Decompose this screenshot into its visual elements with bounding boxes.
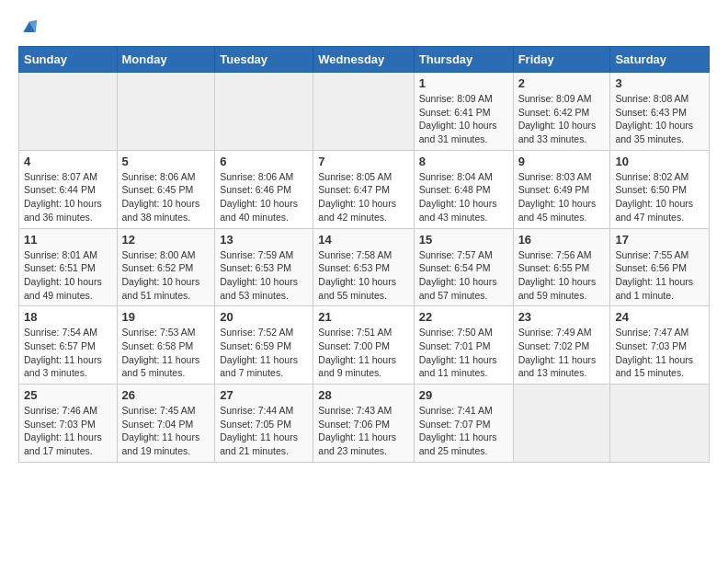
day-number: 4 (24, 155, 112, 168)
day-number: 10 (615, 155, 704, 168)
calendar-cell: 25Sunrise: 7:46 AMSunset: 7:03 PMDayligh… (19, 385, 118, 463)
calendar-cell: 23Sunrise: 7:49 AMSunset: 7:02 PMDayligh… (513, 306, 610, 385)
calendar-cell: 9Sunrise: 8:03 AMSunset: 6:49 PMDaylight… (513, 150, 610, 228)
day-info: Sunrise: 8:01 AMSunset: 6:51 PMDaylight:… (24, 248, 112, 303)
day-number: 17 (615, 233, 704, 247)
day-info: Sunrise: 7:43 AMSunset: 7:06 PMDaylight:… (318, 404, 408, 458)
calendar-cell: 20Sunrise: 7:52 AMSunset: 6:59 PMDayligh… (215, 306, 313, 385)
day-info: Sunrise: 7:47 AMSunset: 7:03 PMDaylight:… (615, 326, 704, 380)
day-number: 27 (220, 388, 308, 402)
day-number: 11 (24, 233, 112, 247)
page-header (18, 18, 710, 37)
day-info: Sunrise: 8:00 AMSunset: 6:52 PMDaylight:… (122, 248, 210, 303)
day-info: Sunrise: 7:53 AMSunset: 6:58 PMDaylight:… (122, 326, 210, 380)
calendar-cell: 24Sunrise: 7:47 AMSunset: 7:03 PMDayligh… (610, 306, 710, 385)
day-header: Wednesday (313, 47, 414, 73)
day-info: Sunrise: 8:06 AMSunset: 6:45 PMDaylight:… (122, 170, 210, 224)
calendar-cell: 5Sunrise: 8:06 AMSunset: 6:45 PMDaylight… (117, 150, 215, 228)
day-number: 24 (615, 310, 704, 324)
day-info: Sunrise: 8:09 AMSunset: 6:42 PMDaylight:… (518, 92, 606, 146)
day-number: 12 (122, 233, 210, 247)
day-info: Sunrise: 8:04 AMSunset: 6:48 PMDaylight:… (419, 170, 508, 224)
calendar-cell: 17Sunrise: 7:55 AMSunset: 6:56 PMDayligh… (610, 228, 710, 306)
day-number: 25 (24, 388, 112, 402)
day-info: Sunrise: 7:49 AMSunset: 7:02 PMDaylight:… (518, 326, 606, 380)
calendar-cell: 3Sunrise: 8:08 AMSunset: 6:43 PMDaylight… (610, 73, 710, 151)
day-number: 13 (220, 233, 308, 247)
day-header: Friday (513, 47, 610, 73)
calendar-cell: 13Sunrise: 7:59 AMSunset: 6:53 PMDayligh… (215, 228, 313, 306)
calendar-cell (117, 73, 215, 151)
day-header: Monday (117, 47, 215, 73)
calendar-cell: 10Sunrise: 8:02 AMSunset: 6:50 PMDayligh… (610, 150, 710, 228)
day-number: 28 (318, 388, 408, 402)
day-number: 8 (419, 155, 508, 168)
calendar-cell: 26Sunrise: 7:45 AMSunset: 7:04 PMDayligh… (117, 385, 215, 463)
day-info: Sunrise: 7:57 AMSunset: 6:54 PMDaylight:… (419, 248, 508, 303)
day-number: 16 (518, 233, 606, 247)
calendar-cell: 15Sunrise: 7:57 AMSunset: 6:54 PMDayligh… (414, 228, 513, 306)
day-number: 19 (122, 310, 210, 324)
calendar-cell: 28Sunrise: 7:43 AMSunset: 7:06 PMDayligh… (313, 385, 414, 463)
calendar-cell: 1Sunrise: 8:09 AMSunset: 6:41 PMDaylight… (414, 73, 513, 151)
day-header: Thursday (414, 47, 513, 73)
day-number: 22 (419, 310, 508, 324)
calendar-cell: 11Sunrise: 8:01 AMSunset: 6:51 PMDayligh… (19, 228, 118, 306)
calendar-cell (215, 73, 313, 151)
day-header: Tuesday (215, 47, 313, 73)
day-info: Sunrise: 8:05 AMSunset: 6:47 PMDaylight:… (318, 170, 408, 224)
day-info: Sunrise: 7:58 AMSunset: 6:53 PMDaylight:… (318, 248, 408, 303)
day-info: Sunrise: 8:06 AMSunset: 6:46 PMDaylight:… (220, 170, 308, 224)
calendar-cell: 16Sunrise: 7:56 AMSunset: 6:55 PMDayligh… (513, 228, 610, 306)
calendar-cell (513, 385, 610, 463)
calendar-cell: 7Sunrise: 8:05 AMSunset: 6:47 PMDaylight… (313, 150, 414, 228)
calendar-cell: 22Sunrise: 7:50 AMSunset: 7:01 PMDayligh… (414, 306, 513, 385)
day-info: Sunrise: 7:41 AMSunset: 7:07 PMDaylight:… (419, 404, 508, 458)
calendar-cell (313, 73, 414, 151)
calendar-cell: 8Sunrise: 8:04 AMSunset: 6:48 PMDaylight… (414, 150, 513, 228)
day-info: Sunrise: 7:52 AMSunset: 6:59 PMDaylight:… (220, 326, 308, 380)
day-number: 2 (518, 76, 606, 90)
day-info: Sunrise: 7:51 AMSunset: 7:00 PMDaylight:… (318, 326, 408, 380)
day-info: Sunrise: 7:50 AMSunset: 7:01 PMDaylight:… (419, 326, 508, 380)
calendar-cell: 14Sunrise: 7:58 AMSunset: 6:53 PMDayligh… (313, 228, 414, 306)
day-info: Sunrise: 8:08 AMSunset: 6:43 PMDaylight:… (615, 92, 704, 146)
day-number: 15 (419, 233, 508, 247)
day-number: 14 (318, 233, 408, 247)
calendar-cell: 4Sunrise: 8:07 AMSunset: 6:44 PMDaylight… (19, 150, 118, 228)
calendar-cell: 21Sunrise: 7:51 AMSunset: 7:00 PMDayligh… (313, 306, 414, 385)
calendar-cell: 29Sunrise: 7:41 AMSunset: 7:07 PMDayligh… (414, 385, 513, 463)
logo-icon (20, 18, 39, 37)
day-number: 9 (518, 155, 606, 168)
day-number: 26 (122, 388, 210, 402)
calendar-cell: 18Sunrise: 7:54 AMSunset: 6:57 PMDayligh… (19, 306, 118, 385)
day-number: 3 (615, 76, 704, 90)
logo (18, 18, 39, 37)
day-info: Sunrise: 7:55 AMSunset: 6:56 PMDaylight:… (615, 248, 704, 303)
day-number: 21 (318, 310, 408, 324)
day-info: Sunrise: 8:03 AMSunset: 6:49 PMDaylight:… (518, 170, 606, 224)
day-info: Sunrise: 8:09 AMSunset: 6:41 PMDaylight:… (419, 92, 508, 146)
day-info: Sunrise: 7:44 AMSunset: 7:05 PMDaylight:… (220, 404, 308, 458)
calendar-cell: 6Sunrise: 8:06 AMSunset: 6:46 PMDaylight… (215, 150, 313, 228)
day-number: 5 (122, 155, 210, 168)
calendar-table: SundayMondayTuesdayWednesdayThursdayFrid… (18, 46, 710, 463)
day-number: 7 (318, 155, 408, 168)
calendar-cell: 2Sunrise: 8:09 AMSunset: 6:42 PMDaylight… (513, 73, 610, 151)
day-header: Saturday (610, 47, 710, 73)
day-info: Sunrise: 7:56 AMSunset: 6:55 PMDaylight:… (518, 248, 606, 303)
day-info: Sunrise: 7:45 AMSunset: 7:04 PMDaylight:… (122, 404, 210, 458)
day-header: Sunday (19, 47, 118, 73)
day-info: Sunrise: 8:02 AMSunset: 6:50 PMDaylight:… (615, 170, 704, 224)
day-info: Sunrise: 7:59 AMSunset: 6:53 PMDaylight:… (220, 248, 308, 303)
day-info: Sunrise: 8:07 AMSunset: 6:44 PMDaylight:… (24, 170, 112, 224)
calendar-cell: 27Sunrise: 7:44 AMSunset: 7:05 PMDayligh… (215, 385, 313, 463)
calendar-cell: 19Sunrise: 7:53 AMSunset: 6:58 PMDayligh… (117, 306, 215, 385)
day-number: 29 (419, 388, 508, 402)
calendar-cell (610, 385, 710, 463)
day-number: 23 (518, 310, 606, 324)
calendar-cell: 12Sunrise: 8:00 AMSunset: 6:52 PMDayligh… (117, 228, 215, 306)
day-info: Sunrise: 7:46 AMSunset: 7:03 PMDaylight:… (24, 404, 112, 458)
day-number: 18 (24, 310, 112, 324)
day-number: 20 (220, 310, 308, 324)
